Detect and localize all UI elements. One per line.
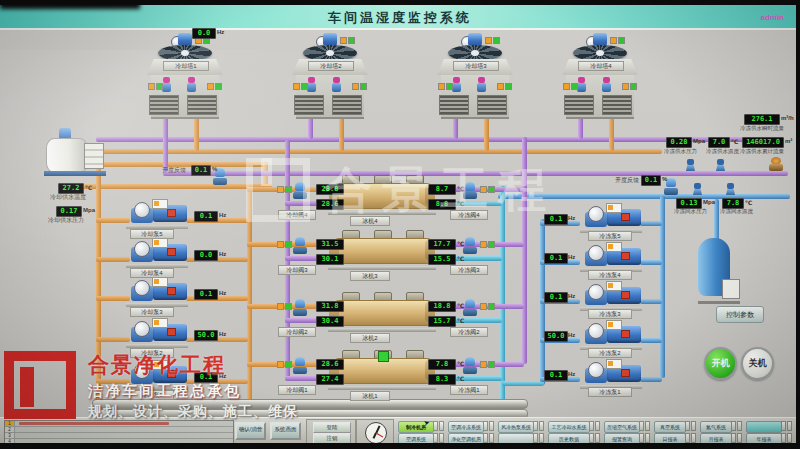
valve-icon — [577, 77, 586, 92]
temp-unit: ℃ — [457, 360, 464, 367]
chilled-pump-1[interactable] — [578, 359, 644, 389]
fan-icon — [158, 45, 212, 61]
chw-in-temp: 7.8 — [428, 359, 456, 370]
tower-grille — [149, 95, 179, 115]
nav-vacuum[interactable]: 真空系统 — [654, 421, 686, 433]
cooling-tower-2[interactable]: 冷却塔2 — [292, 33, 368, 117]
percent-unit: % — [212, 166, 217, 172]
cooling-valve-icon[interactable] — [293, 299, 307, 317]
tank-base — [698, 301, 740, 304]
nav-extra-system[interactable] — [746, 421, 782, 433]
expansion-tank[interactable] — [698, 238, 740, 304]
nav-indicator — [731, 421, 742, 431]
chilled-valve-icon[interactable] — [463, 299, 477, 317]
nav-indicator — [483, 421, 494, 431]
total-flow-display: 146017.0 — [742, 137, 784, 148]
alarm-list[interactable]: 1 2 3 4 — [4, 420, 234, 445]
hz-unit: Hz — [568, 293, 575, 299]
chilled-valve-icon[interactable] — [463, 357, 477, 375]
cw-out-temp: 28.6 — [316, 199, 344, 210]
cooling-pump-4[interactable] — [124, 238, 190, 268]
status-indicator — [277, 241, 292, 248]
pipe-segment — [163, 171, 788, 176]
nav-indicator — [639, 433, 650, 443]
chilled-pump-4[interactable] — [578, 242, 644, 272]
chiller-3[interactable] — [332, 230, 432, 270]
analog-clock — [365, 422, 387, 444]
nav-indicator — [781, 421, 792, 431]
nav-indicator — [639, 421, 650, 431]
valve-label: 冷冻阀2 — [450, 327, 488, 337]
alarm-row-number: 2 — [5, 427, 15, 432]
valve-label: 冷却阀3 — [278, 265, 316, 275]
nav-nitrogen[interactable]: 氮气系统 — [700, 421, 732, 433]
tower-grille — [439, 95, 469, 115]
brand-logo-icon — [4, 351, 78, 421]
status-indicator — [148, 83, 163, 90]
sensor-label: 冷冻供水累计流量 — [740, 148, 784, 155]
dosing-tank[interactable] — [46, 128, 104, 176]
temp-unit: ℃ — [457, 317, 464, 324]
pump-label: 冷却泵5 — [130, 229, 174, 239]
chilled-pump-3[interactable] — [578, 281, 644, 311]
pump-frequency-display: 0.1 — [194, 289, 218, 300]
valve-feedback-label: 开度反馈 — [162, 166, 186, 175]
pump-label: 冷冻泵3 — [588, 309, 632, 319]
nav-indicator — [685, 433, 696, 443]
nav-indicator — [781, 433, 792, 443]
logged-in-user[interactable]: admin — [760, 13, 784, 22]
system-screen-button[interactable]: 系统画面 — [270, 422, 301, 440]
cooling-valve-icon[interactable] — [293, 182, 307, 200]
cooling-valve-icon[interactable] — [293, 237, 307, 255]
nav-process-cooling-water[interactable]: 工艺冷却水系统 — [548, 421, 590, 433]
chw-in-temp: 17.7 — [428, 239, 456, 250]
monitor-bezel — [796, 0, 800, 449]
chilled-valve-icon[interactable] — [463, 182, 477, 200]
nav-compressed-air[interactable]: 压缩空气系统 — [604, 421, 640, 433]
control-params-button[interactable]: 控制参数 — [716, 306, 764, 323]
chiller-4[interactable] — [332, 175, 432, 215]
chilled-pump-2[interactable] — [578, 320, 644, 350]
manual-valve-icon[interactable] — [768, 157, 784, 172]
cooling-pump-3[interactable] — [124, 277, 190, 307]
cooling-pump-5[interactable] — [124, 199, 190, 229]
nav-air-cooled-heat-pump[interactable]: 风冷热泵系统 — [498, 421, 534, 433]
cooling-tower-1[interactable]: 冷却塔1 — [147, 33, 223, 117]
tower-label: 冷却塔1 — [163, 61, 209, 71]
chiller-label: 冰机1 — [350, 391, 390, 401]
cooling-valve-icon[interactable] — [293, 357, 307, 375]
nav-indicator — [589, 421, 600, 431]
pipe-segment — [502, 381, 544, 386]
pump-frequency-display: 0.1 — [194, 372, 218, 383]
percent-unit: % — [662, 176, 667, 182]
fan-icon — [303, 45, 357, 61]
nav-hvac-cold-source[interactable]: 空调冷冻系统 — [448, 421, 484, 433]
start-button[interactable]: 开机 — [704, 347, 737, 380]
chiller-1[interactable] — [332, 350, 432, 390]
temp-unit: ℃ — [457, 302, 464, 309]
chw-in-temp: 8.7 — [428, 184, 456, 195]
ack-mute-button[interactable]: 确认/消音 — [235, 422, 266, 440]
nav-indicator — [731, 433, 742, 443]
nav-indicator — [433, 421, 444, 431]
cooling-tower-4[interactable]: 冷却塔4 — [562, 33, 638, 117]
chiller-label: 冰机4 — [350, 216, 390, 226]
nav-indicator — [685, 421, 696, 431]
status-indicator — [293, 83, 308, 90]
chilled-pump-5[interactable] — [578, 203, 644, 233]
monitor-bezel — [0, 443, 800, 449]
nav-indicator — [483, 433, 494, 443]
alarm-row-number: 1 — [5, 421, 15, 426]
nav-indicator — [589, 433, 600, 443]
login-button[interactable]: 登陆 — [313, 422, 351, 433]
status-indicator — [480, 361, 495, 368]
chilled-valve-icon[interactable] — [463, 237, 477, 255]
chiller-2[interactable] — [332, 292, 432, 332]
cooling-pump-1[interactable] — [124, 360, 190, 390]
cooling-pump-2[interactable] — [124, 318, 190, 348]
status-indicator — [480, 241, 495, 248]
valve-icon — [477, 77, 486, 92]
stop-button[interactable]: 关机 — [741, 347, 774, 380]
cooling-tower-3[interactable]: 冷却塔3 — [437, 33, 513, 117]
pump-frequency-display: 0.1 — [544, 292, 568, 303]
